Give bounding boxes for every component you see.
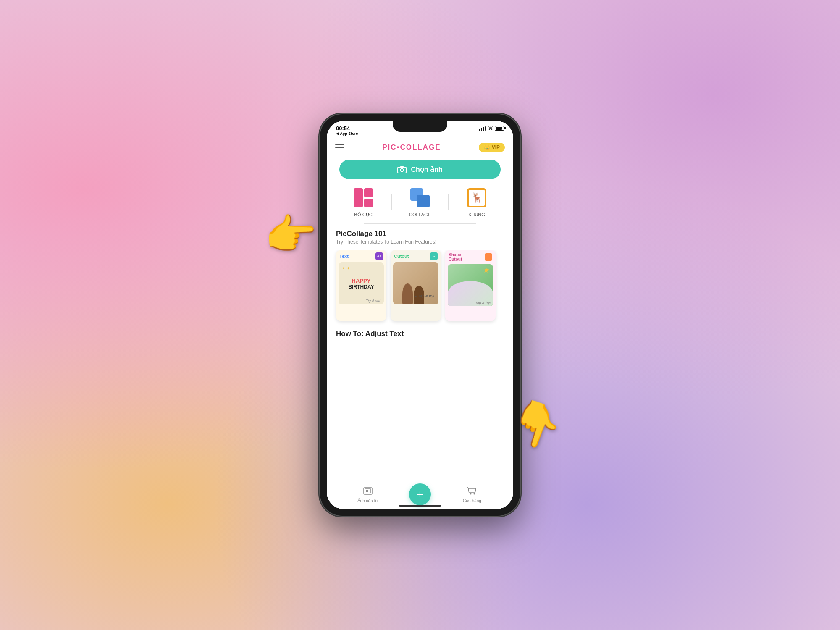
svg-rect-4: [366, 490, 368, 492]
feature-collage[interactable]: COLLAGE: [392, 186, 448, 217]
logo-text: PIC•COLLAGE: [382, 143, 441, 151]
status-time: 00:54: [336, 125, 358, 131]
star-decoration: ★: [484, 266, 490, 273]
svg-point-6: [474, 494, 475, 495]
choose-photo-label: Chọn ảnh: [411, 165, 442, 173]
add-icon: +: [417, 488, 423, 501]
my-photos-label: Ảnh của tôi: [357, 499, 379, 503]
feature-bocuc[interactable]: BỐ CỤC: [335, 186, 391, 218]
text-card-header: Text Aa: [336, 250, 386, 262]
app-logo: PIC•COLLAGE: [382, 143, 441, 152]
svg-rect-0: [398, 167, 406, 173]
couple-photo: [393, 262, 438, 304]
khung-label: KHUNG: [468, 212, 485, 217]
template-card-shape[interactable]: ShapeCutout → ★ ← tap & try!: [445, 250, 496, 321]
tap-arrow-text: ← tap & try!: [414, 294, 434, 298]
vip-label: VIP: [492, 144, 500, 150]
phone-container: 👉 👇 00:54 ◀ App Store ⌘: [319, 113, 521, 517]
bocuc-grid-icon: [354, 188, 373, 207]
shape-badge: →: [485, 253, 492, 261]
status-left: 00:54 ◀ App Store: [336, 125, 358, 136]
collage-label: COLLAGE: [409, 212, 431, 217]
shape-card-header: ShapeCutout →: [445, 250, 496, 264]
feature-khung[interactable]: 🦌 KHUNG: [449, 186, 505, 217]
template-cards: Text Aa ✦ ✦ HAPPY BIRTHDAY Try it out!: [327, 250, 513, 326]
how-to-section: How To: Adjust Text: [327, 326, 513, 338]
stars-decoration: ✦ ✦: [342, 266, 350, 270]
khung-frame-icon: 🦌: [467, 188, 486, 207]
app-content: PIC•COLLAGE 👑 VIP: [327, 138, 513, 509]
text-badge: Aa: [375, 252, 383, 260]
phone-screen: 00:54 ◀ App Store ⌘: [327, 121, 513, 509]
svg-point-5: [470, 494, 472, 495]
cutout-badge: →: [430, 252, 438, 260]
section1-subtitle: Try These Templates To Learn Fun Feature…: [327, 239, 513, 250]
text-card-body: ✦ ✦ HAPPY BIRTHDAY Try it out!: [339, 262, 384, 304]
collage-squares-icon: [410, 188, 430, 207]
cutout-card-header: Cutout →: [391, 250, 441, 262]
cutout-tag: Cutout: [394, 254, 409, 259]
template-card-text[interactable]: Text Aa ✦ ✦ HAPPY BIRTHDAY Try it out!: [336, 250, 386, 321]
shape-photo: ★: [448, 264, 493, 306]
happy-birthday-text: HAPPY BIRTHDAY: [349, 278, 374, 290]
section1-title: PicCollage 101: [327, 230, 513, 239]
feature-icons: BỐ CỤC COLLAGE: [327, 186, 513, 222]
top-nav: PIC•COLLAGE 👑 VIP: [327, 138, 513, 155]
store-icon: [466, 485, 478, 497]
vip-crown-icon: 👑: [484, 144, 490, 150]
template-card-cutout[interactable]: Cutout → ← tap & try!: [391, 250, 441, 321]
cutout-card-body: ← tap & try!: [393, 262, 438, 304]
shape-tag: ShapeCutout: [449, 252, 462, 262]
nav-item-my-photos[interactable]: Ảnh của tôi: [327, 485, 409, 503]
hand-pointer-left-icon: 👉: [265, 210, 317, 260]
shape-card-body: ★ ← tap & try!: [448, 264, 493, 306]
photo-icon: [397, 166, 407, 173]
text-tag: Text: [339, 254, 349, 259]
reindeer-icon: 🦌: [471, 192, 483, 203]
section-divider: [364, 223, 476, 224]
phone-frame: 00:54 ◀ App Store ⌘: [319, 113, 521, 517]
nav-item-store[interactable]: Cửa hàng: [431, 485, 513, 503]
store-label: Cửa hàng: [463, 499, 481, 503]
status-right: ⌘: [479, 125, 504, 131]
vip-badge[interactable]: 👑 VIP: [479, 143, 505, 152]
bocuc-label: BỐ CỤC: [354, 212, 372, 218]
bocuc-icon-wrap: [352, 186, 375, 210]
add-button[interactable]: +: [409, 483, 431, 505]
how-to-title: How To: Adjust Text: [336, 330, 504, 338]
svg-point-1: [401, 168, 404, 171]
signal-bars-icon: [479, 126, 486, 131]
khung-icon-wrap: 🦌: [465, 186, 488, 210]
collage-icon-wrap: [408, 186, 432, 210]
picCollage101-section: PicCollage 101 Try These Templates To Le…: [327, 230, 513, 250]
choose-photo-button[interactable]: Chọn ảnh: [339, 160, 501, 179]
app-store-link[interactable]: ◀ App Store: [336, 131, 358, 136]
my-photos-icon: [362, 485, 374, 497]
battery-icon: [495, 126, 504, 131]
wifi-icon: ⌘: [488, 125, 493, 131]
menu-button[interactable]: [335, 144, 344, 150]
home-indicator: [399, 505, 441, 507]
notch: [393, 121, 447, 132]
